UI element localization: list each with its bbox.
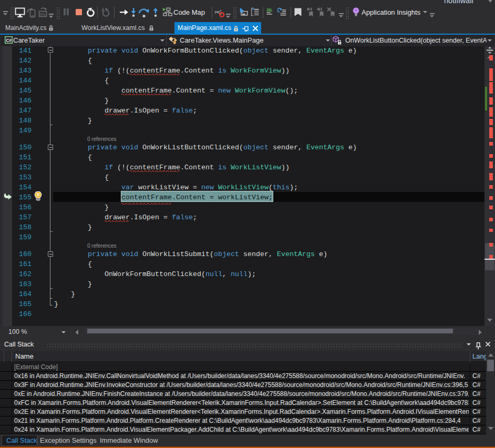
svg-text:C#: C# bbox=[6, 38, 12, 43]
svg-text:IPA: IPA bbox=[40, 13, 46, 16]
